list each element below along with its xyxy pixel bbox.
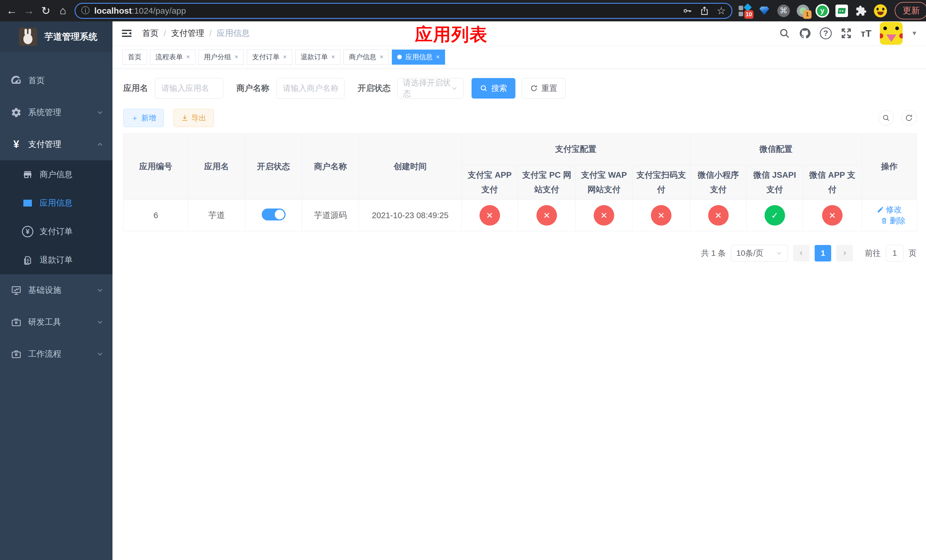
sidebar-item-dev-tools[interactable]: 研发工具 — [0, 306, 112, 338]
app-name-label: 应用名 — [123, 83, 148, 94]
font-size-icon[interactable]: тT — [861, 28, 872, 39]
page-size-select[interactable]: 10条/页 — [731, 245, 788, 262]
merchant-name-input[interactable] — [276, 78, 345, 98]
sidebar-item-label: 基础设施 — [28, 285, 96, 296]
sidebar-item-infra[interactable]: 基础设施 — [0, 274, 112, 306]
status-select-placeholder: 请选择开启状态 — [403, 77, 451, 99]
extension-proxy-icon[interactable]: 1 — [796, 4, 810, 18]
refresh-table-button[interactable] — [901, 110, 917, 126]
cell-wx-jsapi: ✓ — [747, 200, 803, 231]
tab-app-info[interactable]: 应用信息× — [392, 50, 445, 65]
status-badge: ✕ — [651, 205, 672, 226]
prev-page-button[interactable] — [793, 245, 809, 262]
navbar-actions: ? тT ▼ — [779, 22, 917, 45]
delete-link[interactable]: 删除 — [881, 215, 905, 226]
sidebar-item-workflow[interactable]: 工作流程 — [0, 338, 112, 370]
search-button-label: 搜索 — [491, 83, 507, 94]
tab-process-form[interactable]: 流程表单× — [150, 50, 195, 65]
browser-home-icon[interactable]: ⌂ — [55, 3, 71, 18]
sidebar-item-label: 支付订单 — [39, 226, 73, 237]
col-group-wechat: 微信配置 — [690, 133, 862, 165]
tab-close-icon[interactable]: × — [436, 53, 440, 61]
search-icon[interactable] — [779, 28, 790, 39]
sidebar-logo[interactable]: 芋道管理系统 — [0, 21, 112, 52]
browser-forward-icon[interactable]: → — [21, 3, 36, 18]
payment-submenu: 商户信息 应用信息 ¥ 支付订单 退款订单 — [0, 160, 112, 274]
sidebar-item-payment[interactable]: ¥ 支付管理 — [0, 129, 112, 160]
cell-alipay-app: ✕ — [461, 200, 518, 231]
sidebar-item-app-info[interactable]: 应用信息 — [0, 189, 112, 217]
export-button[interactable]: 导出 — [173, 109, 214, 127]
extension-adblock-icon[interactable]: 10 — [738, 4, 752, 18]
search-button[interactable]: 搜索 — [472, 78, 515, 98]
browser-back-icon[interactable]: ← — [4, 3, 20, 18]
extension-command-icon[interactable]: ⌘ — [777, 4, 790, 18]
page-annotation: 应用列表 — [415, 23, 488, 47]
sidebar-item-system[interactable]: 系统管理 — [0, 97, 112, 129]
col-alipay-wap: 支付宝 WAP 网站支付 — [576, 165, 632, 200]
fullscreen-icon[interactable] — [840, 27, 852, 39]
col-created: 创建时间 — [359, 133, 461, 200]
cell-actions: 修改 删除 — [862, 200, 917, 231]
share-icon[interactable] — [700, 6, 709, 16]
next-page-button[interactable] — [836, 245, 853, 262]
address-bar[interactable]: ⓘ localhost:1024/pay/app ☆ — [75, 3, 732, 19]
browser-update-button[interactable]: 更新 — [895, 2, 926, 20]
tab-pay-order[interactable]: 支付订单× — [247, 50, 292, 65]
col-alipay-pc: 支付宝 PC 网站支付 — [518, 165, 576, 200]
search-icon — [480, 84, 488, 92]
col-wx-app: 微信 APP 支付 — [803, 165, 862, 200]
toggle-search-button[interactable] — [878, 110, 894, 126]
sidebar-item-label: 支付管理 — [28, 139, 96, 150]
cell-alipay-wap: ✕ — [576, 200, 632, 231]
tab-home[interactable]: 首页 — [123, 50, 147, 65]
avatar-caret-icon[interactable]: ▼ — [911, 30, 917, 37]
breadcrumb: 首页 / 支付管理 / 应用信息 — [142, 28, 250, 39]
help-icon[interactable]: ? — [820, 27, 832, 39]
collapse-sidebar-icon[interactable] — [121, 28, 132, 39]
page-number-button[interactable]: 1 — [815, 245, 831, 262]
breadcrumb-payment[interactable]: 支付管理 — [171, 28, 204, 39]
sidebar-item-refund-order[interactable]: 退款订单 — [0, 246, 112, 274]
extension-notes-icon[interactable] — [835, 4, 849, 18]
tab-close-icon[interactable]: × — [380, 53, 383, 61]
add-button[interactable]: ＋ 新增 — [123, 109, 164, 127]
sidebar-item-pay-order[interactable]: ¥ 支付订单 — [0, 217, 112, 246]
tags-view-bar: 首页 流程表单× 用户分组× 支付订单× 退款订单× 商户信息× 应用信息× — [112, 45, 926, 69]
pencil-icon — [877, 206, 884, 213]
grid-icon — [21, 198, 34, 208]
bookmark-star-icon[interactable]: ☆ — [717, 5, 726, 17]
status-select[interactable]: 请选择开启状态 — [398, 78, 464, 98]
edit-link[interactable]: 修改 — [877, 204, 902, 215]
download-icon — [181, 114, 189, 122]
breadcrumb-home[interactable]: 首页 — [142, 28, 159, 39]
url-text[interactable]: localhost:1024/pay/app — [94, 6, 675, 16]
tab-close-icon[interactable]: × — [331, 53, 335, 61]
tab-merchant-info[interactable]: 商户信息× — [343, 50, 389, 65]
browser-reload-icon[interactable]: ↻ — [38, 3, 53, 18]
tab-close-icon[interactable]: × — [186, 53, 190, 61]
url-path: :1024/pay/app — [132, 6, 186, 15]
tab-label: 首页 — [128, 52, 142, 62]
extensions-puzzle-icon[interactable] — [854, 4, 868, 18]
tab-close-icon[interactable]: × — [283, 53, 287, 61]
github-icon[interactable] — [799, 27, 811, 39]
browser-profile-avatar[interactable] — [874, 4, 887, 18]
tab-refund-order[interactable]: 退款订单× — [295, 50, 340, 65]
reset-button[interactable]: 重置 — [522, 78, 566, 98]
site-info-icon[interactable]: ⓘ — [81, 5, 90, 17]
goto-page-input[interactable] — [886, 245, 903, 262]
app-name-input[interactable] — [155, 78, 223, 98]
sidebar-item-merchant-info[interactable]: 商户信息 — [0, 160, 112, 189]
status-label: 开启状态 — [358, 83, 391, 94]
password-key-icon[interactable] — [682, 6, 692, 16]
sidebar-item-home[interactable]: 首页 — [0, 65, 112, 97]
table-tools — [878, 110, 917, 126]
enable-toggle[interactable] — [262, 209, 286, 221]
tab-user-group[interactable]: 用户分组× — [198, 50, 244, 65]
extension-y-icon[interactable]: y — [816, 4, 829, 18]
extension-gem-icon[interactable] — [757, 4, 771, 18]
briefcase-icon — [10, 349, 23, 359]
user-avatar[interactable] — [880, 22, 903, 45]
tab-close-icon[interactable]: × — [235, 53, 238, 61]
